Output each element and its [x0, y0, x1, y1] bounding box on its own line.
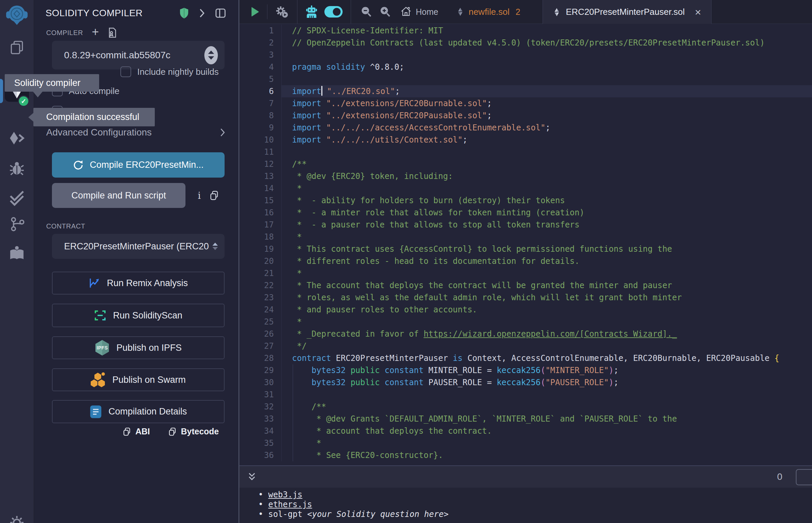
publish-ipfs-button[interactable]: IPFS Publish on IPFS — [52, 336, 225, 359]
code-line[interactable]: 28contract ERC20PresetMinterPauser is Co… — [240, 352, 812, 364]
terminal-output[interactable]: •web3.js•ethers.js•sol-gpt <your Solidit… — [240, 488, 812, 523]
code-line[interactable]: 7import "../extensions/ERC20Burnable.sol… — [240, 97, 812, 109]
code-line[interactable]: 22 * The account that deploys the contra… — [240, 279, 812, 291]
ai-assistant-robot-icon[interactable] — [305, 5, 318, 19]
code-editor[interactable]: 1// SPDX-License-Identifier: MIT2// Open… — [240, 24, 812, 465]
license-file-icon[interactable] — [108, 27, 117, 38]
line-number: 27 — [240, 340, 281, 352]
code-line[interactable]: 15 * - ability for holders to burn (dest… — [240, 195, 812, 206]
code-line[interactable]: 25 * — [240, 316, 812, 328]
code-line[interactable]: 27 */ — [240, 340, 812, 352]
advanced-configurations[interactable]: Advanced Configurations — [46, 124, 226, 141]
tab-label: ERC20PresetMinterPauser.sol — [566, 7, 685, 17]
nightly-builds-checkbox[interactable] — [120, 66, 131, 77]
code-line[interactable]: 17 * - a pauser role that allows to stop… — [240, 219, 812, 231]
zoom-in-icon[interactable] — [379, 6, 391, 18]
code-line[interactable]: 19 * This contract uses {AccessControl} … — [240, 243, 812, 255]
code-line[interactable]: 5 — [240, 73, 812, 85]
home-tab-button[interactable]: Home — [400, 6, 438, 18]
code-line[interactable]: 23 * roles, as well as the default admin… — [240, 291, 812, 304]
code-line[interactable]: 31 — [240, 389, 812, 401]
code-line[interactable]: 35 * — [240, 437, 812, 449]
indent-guide — [293, 425, 293, 437]
git-branch-icon[interactable] — [0, 216, 34, 232]
code-line[interactable]: 14 * — [240, 182, 812, 195]
button-label: Compilation Details — [109, 407, 187, 417]
code-line[interactable]: 30 bytes32 public constant PAUSER_ROLE =… — [240, 376, 812, 389]
line-number: 9 — [240, 122, 281, 134]
add-compiler-icon[interactable]: + — [92, 27, 99, 37]
code-line[interactable]: 3 — [240, 49, 812, 61]
tab-newfile[interactable]: newfile.sol 2 — [457, 0, 520, 23]
remix-logo-icon[interactable] — [0, 3, 34, 25]
close-tab-icon[interactable]: × — [695, 7, 701, 17]
code-line[interactable]: 34 * account that deploys the contract. — [240, 425, 812, 437]
code-line[interactable]: 20 * different roles - head to its docum… — [240, 255, 812, 267]
compiler-version-select[interactable]: 0.8.29+commit.ab55807c — [52, 41, 225, 69]
code-line[interactable]: 10import "../../../utils/Context.sol"; — [240, 134, 812, 146]
line-number: 5 — [240, 73, 281, 85]
code-line[interactable]: 18 * — [240, 231, 812, 243]
code-line[interactable]: 32 /** — [240, 401, 812, 413]
compile-and-run-button[interactable]: Compile and Run script — [52, 183, 186, 208]
chevron-right-icon[interactable] — [199, 8, 205, 18]
line-number: 12 — [240, 158, 281, 170]
learneth-book-icon[interactable] — [0, 245, 34, 262]
code-line[interactable]: 2// OpenZeppelin Contracts (last updated… — [240, 37, 812, 49]
run-remix-analysis-button[interactable]: Run Remix Analysis — [52, 272, 225, 294]
code-line[interactable]: 29 bytes32 public constant MINTER_ROLE =… — [240, 364, 812, 376]
code-line[interactable]: 6import "../ERC20.sol"; — [240, 85, 812, 97]
line-number: 7 — [240, 97, 281, 109]
compilation-details-button[interactable]: Compilation Details — [52, 400, 225, 423]
line-number: 10 — [240, 134, 281, 146]
code-line[interactable]: 33 * @dev Grants `DEFAULT_ADMIN_ROLE`, `… — [240, 413, 812, 425]
indent-guide — [293, 449, 293, 461]
copy-icon — [122, 427, 131, 436]
copy-bytecode-button[interactable]: Bytecode — [168, 427, 219, 436]
code-line[interactable]: 9import "../../../access/AccessControlEn… — [240, 122, 812, 134]
copy-icon[interactable] — [207, 183, 221, 208]
indent-guide — [293, 401, 293, 413]
code-line[interactable]: 11 — [240, 146, 812, 158]
settings-gear-icon[interactable] — [0, 515, 34, 523]
code-line[interactable]: 26 * _Deprecated in favor of https://wiz… — [240, 328, 812, 340]
tab-erc20presetminterpauser[interactable]: ERC20PresetMinterPauser.sol × — [543, 0, 711, 24]
script-config-gear-icon[interactable] — [275, 5, 288, 19]
editor-area: Home newfile.sol 2 ERC20PresetMinterPaus… — [240, 0, 812, 523]
code-line[interactable]: 1// SPDX-License-Identifier: MIT — [240, 24, 812, 37]
zoom-out-icon[interactable] — [360, 6, 372, 18]
debugger-bug-icon[interactable] — [0, 160, 34, 176]
compiler-version-value: 0.8.29+commit.ab55807c — [64, 50, 204, 61]
panel-header: SOLIDITY COMPILER — [46, 0, 226, 26]
compiler-section-row: COMPILER + — [46, 26, 117, 39]
code-line[interactable]: 16 * - a minter role that allows for tok… — [240, 206, 812, 219]
line-number: 17 — [240, 219, 281, 231]
terminal-item[interactable]: •ethers.js — [258, 500, 812, 509]
line-number: 34 — [240, 425, 281, 437]
details-document-icon — [90, 405, 102, 418]
code-line[interactable]: 4pragma solidity ^0.8.0; — [240, 61, 812, 73]
code-line[interactable]: 8import "../extensions/ERC20Pausable.sol… — [240, 109, 812, 122]
run-script-play-button[interactable] — [249, 6, 260, 17]
file-explorer-icon[interactable] — [0, 40, 34, 55]
code-line[interactable]: 24 * and pauser roles to other accounts. — [240, 304, 812, 316]
run-solidityscan-button[interactable]: Run SolidityScan — [52, 304, 225, 327]
copy-abi-button[interactable]: ABI — [122, 427, 150, 436]
compile-button[interactable]: Compile ERC20PresetMin... — [52, 152, 225, 178]
contract-select[interactable]: ERC20PresetMinterPauser (ERC20 — [52, 234, 225, 259]
deploy-run-icon[interactable] — [0, 130, 34, 146]
info-icon[interactable]: i — [194, 183, 205, 208]
code-line[interactable]: 12/** — [240, 158, 812, 170]
terminal-item[interactable]: •web3.js — [258, 490, 812, 500]
shield-icon[interactable] — [179, 7, 189, 19]
code-line[interactable]: 13 * @dev {ERC20} token, including: — [240, 170, 812, 182]
terminal-list: •web3.js•ethers.js•sol-gpt <your Solidit… — [258, 490, 812, 519]
terminal-expand-icon[interactable] — [247, 472, 257, 482]
ai-toggle-on[interactable] — [324, 6, 342, 18]
terminal-search-input[interactable] — [796, 469, 812, 485]
split-panel-icon[interactable] — [215, 8, 226, 19]
code-line[interactable]: 21 * — [240, 267, 812, 279]
static-analysis-icon[interactable] — [0, 190, 34, 206]
publish-swarm-button[interactable]: Publish on Swarm — [52, 368, 225, 391]
code-line[interactable]: 36 * See {ERC20-constructor}. — [240, 449, 812, 461]
